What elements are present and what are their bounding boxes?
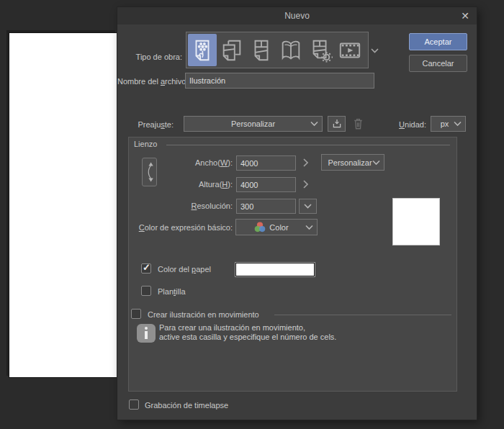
moving-illustration-checkbox[interactable]	[131, 309, 141, 319]
unit-label: Unidad:	[373, 120, 426, 129]
group-divider	[166, 145, 450, 145]
timelapse-checkbox[interactable]	[129, 399, 139, 410]
width-link-chevron-icon[interactable]	[300, 157, 310, 168]
preset-label: Preajuste:	[117, 120, 174, 129]
document-canvas	[9, 32, 117, 378]
info-line-2: active esta casilla y especifique el núm…	[159, 333, 336, 342]
template-checkbox[interactable]	[141, 286, 151, 296]
canvas-group-label: Lienzo	[134, 140, 157, 148]
illustration-icon	[190, 38, 215, 63]
canvas-preview	[392, 198, 440, 245]
comic-settings-icon	[308, 38, 333, 63]
section-divider	[274, 315, 451, 315]
basic-color-label: Color de expresión básico:	[129, 223, 233, 232]
chevron-down-icon	[372, 160, 380, 165]
worktype-comic-button[interactable]	[247, 34, 276, 66]
worktype-animation-button[interactable]	[336, 34, 364, 66]
canvas-group: Lienzo Ancho(W): Personalizar	[128, 137, 457, 392]
chevron-down-icon	[304, 204, 312, 209]
moving-illustration-label: Crear ilustración en movimiento	[148, 310, 259, 319]
save-preset-icon	[331, 118, 343, 130]
height-input[interactable]	[236, 177, 296, 192]
resolution-label: Resolución:	[129, 202, 233, 210]
worktype-illustration-button[interactable]	[188, 34, 217, 66]
resolution-dropdown-button[interactable]	[299, 199, 317, 214]
preset-value: Personalizar	[231, 119, 275, 128]
webtoon-icon	[220, 38, 244, 63]
worktype-all-comic-settings-button[interactable]	[306, 34, 335, 66]
basic-color-value: Color	[269, 223, 288, 232]
delete-preset-button[interactable]	[351, 117, 365, 131]
basic-color-dropdown[interactable]: Color	[235, 219, 318, 235]
close-icon[interactable]: ✕	[461, 7, 469, 24]
cancel-button[interactable]: Cancelar	[409, 55, 467, 72]
book-spread-icon	[279, 38, 303, 63]
chevron-down-icon	[454, 122, 462, 127]
work-type-label: Tipo de obra:	[117, 53, 182, 61]
paper-color-checkbox[interactable]	[141, 263, 151, 274]
paper-color-swatch[interactable]	[235, 263, 315, 276]
info-icon	[137, 324, 156, 343]
rgb-color-icon	[254, 222, 266, 232]
size-preset-value: Personalizar	[328, 158, 372, 167]
paper-color-label: Color del papel	[158, 265, 211, 274]
dialog-title: Nuevo	[117, 7, 477, 24]
height-label: Altura(H):	[129, 180, 233, 189]
timelapse-label: Grabación de timelapse	[145, 401, 228, 410]
unit-value: px	[441, 119, 449, 128]
moving-illustration-info: Para crear una ilustración en movimiento…	[159, 323, 336, 342]
file-name-input[interactable]	[185, 73, 374, 89]
app-background: Nuevo ✕ Tipo de obra:	[0, 0, 504, 429]
file-name-label: Nombre del archivo:	[117, 77, 182, 86]
info-line-1: Para crear una ilustración en movimiento…	[159, 323, 336, 333]
chevron-down-icon	[305, 225, 313, 230]
size-preset-dropdown[interactable]: Personalizar	[321, 154, 384, 171]
comic-icon	[249, 38, 274, 63]
template-label: Plantilla	[158, 287, 186, 296]
height-link-chevron-icon[interactable]	[300, 179, 310, 190]
chevron-down-icon	[310, 122, 318, 127]
preset-dropdown[interactable]: Personalizar	[184, 116, 323, 132]
dialog-titlebar[interactable]: Nuevo ✕	[117, 7, 477, 24]
unit-dropdown[interactable]: px	[431, 116, 466, 132]
resolution-input[interactable]	[236, 199, 296, 214]
save-preset-button[interactable]	[328, 116, 346, 132]
work-type-selector	[186, 32, 369, 68]
width-input[interactable]	[236, 155, 296, 171]
worktype-webtoon-button[interactable]	[217, 34, 246, 66]
animation-icon	[338, 38, 362, 63]
width-label: Ancho(W):	[129, 158, 233, 167]
worktype-book-spread-button[interactable]	[276, 34, 305, 66]
trash-icon	[353, 117, 364, 130]
accept-button[interactable]: Aceptar	[409, 33, 467, 50]
new-file-dialog: Nuevo ✕ Tipo de obra:	[117, 7, 477, 420]
work-type-expand-chevron-icon[interactable]	[369, 45, 379, 55]
